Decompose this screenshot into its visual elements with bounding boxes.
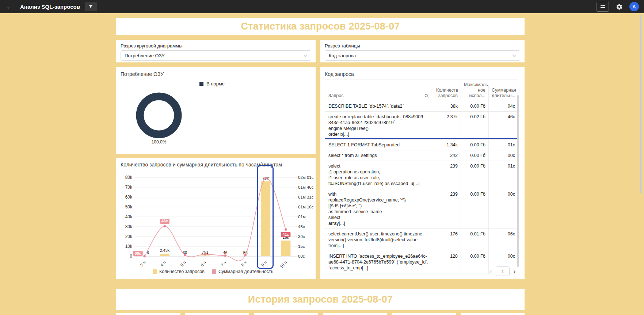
search-icon[interactable] <box>424 93 429 99</box>
table-scrollbar[interactable] <box>517 95 519 267</box>
table-row[interactable]: select * from ai_settings2420.00 Гб00c <box>325 150 518 161</box>
chart-bar[interactable] <box>281 241 290 256</box>
query-table: Запрос Количеств запросов Максималь ное … <box>325 80 518 274</box>
table-row[interactable]: with replaceRegexpOne(service_name, '^\\… <box>325 189 518 229</box>
avatar[interactable]: A <box>629 2 639 11</box>
chart-point[interactable] <box>143 255 145 257</box>
memory-cell: 0.01 Гб <box>461 229 488 251</box>
chart-point[interactable] <box>164 225 166 227</box>
memory-cell: 0.02 Гб <box>461 112 488 139</box>
count-cell: 242 <box>433 150 461 161</box>
query-table-body: DESCRIBE TABLE `db-1574`.`data2`38k0.00 … <box>325 101 518 274</box>
left-axis-label: 20k <box>125 234 133 239</box>
right-axis-label: 45c <box>298 224 305 229</box>
chevron-down-icon <box>303 54 307 57</box>
x-axis-label: 3 ч <box>140 260 147 268</box>
line-value-badge: 46c <box>160 219 169 224</box>
x-axis-label: 9 ч <box>260 260 268 268</box>
left-axis-label: 30k <box>125 224 133 229</box>
stats-title: Статистика запросов 2025-08-07 <box>241 21 400 32</box>
table-row[interactable]: DESCRIBE TABLE `db-1574`.`data2`38k0.00 … <box>325 101 518 112</box>
chart-point[interactable] <box>204 253 206 255</box>
duration-cell: 01c <box>488 140 518 150</box>
table-row[interactable]: select t1.operation as operation, t1.use… <box>325 161 518 189</box>
line-value-label: 41c <box>283 232 289 237</box>
chart-bar[interactable] <box>200 256 210 256</box>
page-number-input[interactable] <box>496 266 510 276</box>
count-cell: 1.34k <box>433 140 461 150</box>
donut-legend-item[interactable]: В норме <box>199 81 225 87</box>
history-panels-row <box>116 313 525 315</box>
donut-legend-label: В норме <box>206 81 225 87</box>
duration-cell: 00c <box>488 189 518 228</box>
chart-point[interactable] <box>184 254 186 256</box>
chart-bar[interactable] <box>261 181 270 256</box>
chart-bar[interactable] <box>160 254 169 256</box>
duration-cell: 06c <box>488 229 518 251</box>
x-axis-label: 4 ч <box>160 260 167 268</box>
table-row[interactable]: INSERT INTO `access_to_employee_e26ae64c… <box>325 251 518 273</box>
column-header-duration[interactable]: Суммарная длительн... <box>488 85 518 101</box>
gear-icon <box>616 3 623 10</box>
table-selector-dropdown[interactable]: Код запроса <box>325 50 520 61</box>
x-axis-label: 5 ч <box>180 260 187 268</box>
duration-cell: 00c <box>488 150 518 161</box>
right-axis-label: 30c <box>298 234 305 239</box>
duration-cell: 46c <box>488 112 518 139</box>
query-cell: SELECT 1 FORMAT TabSeparated <box>325 140 433 150</box>
table-selector-label: Разрез таблицы <box>325 43 360 49</box>
table-row[interactable]: SELECT 1 FORMAT TabSeparated1.34k0.00 Гб… <box>325 140 518 150</box>
count-cell: 38k <box>433 101 461 111</box>
query-cell: INSERT INTO `access_to_employee` (`emplo… <box>325 273 433 274</box>
right-axis-label: 01м <box>298 215 306 219</box>
right-axis-label: 01м 16c <box>298 205 314 209</box>
chart-point[interactable] <box>224 254 226 257</box>
filter-button[interactable] <box>85 2 97 11</box>
chart-point[interactable] <box>264 177 267 179</box>
funnel-icon <box>88 4 93 9</box>
memory-cell: 0.00 Гб <box>461 189 488 228</box>
right-axis-label: 02м 01c <box>298 175 314 180</box>
query-cell: with replaceRegexpOne(service_name, '^\\… <box>325 189 433 228</box>
line-value-label: 46c <box>161 219 168 223</box>
table-row[interactable]: select currentUser() user, timezone() ti… <box>325 229 518 251</box>
right-axis-label: 15c <box>298 244 305 249</box>
left-axis-label: 60k <box>125 195 133 200</box>
next-page-button[interactable]: › <box>513 268 516 275</box>
display-settings-button[interactable] <box>597 2 609 12</box>
table-selector-value: Код запроса <box>329 53 512 58</box>
history-panel-placeholder <box>185 313 249 315</box>
bar-value-label: 2.43k <box>160 248 169 253</box>
pie-selector-value: Потребление ОЗУ <box>125 53 303 58</box>
page-scrollbar[interactable] <box>640 15 642 193</box>
sliders-icon <box>600 4 606 9</box>
combo-chart-title: Количество запросов и суммарная длительн… <box>121 162 282 168</box>
dashboard-title: Анализ SQL-запросов <box>20 4 80 10</box>
column-header-count[interactable]: Количеств запросов <box>433 85 461 101</box>
count-cell: 176 <box>433 229 461 251</box>
prev-page-button[interactable]: ‹ <box>490 268 492 275</box>
settings-button[interactable] <box>616 3 623 10</box>
right-axis-label: 01м 46c <box>298 185 314 189</box>
pie-selector-dropdown[interactable]: Потребление ОЗУ <box>121 50 311 61</box>
back-arrow-icon[interactable]: ← <box>6 3 13 10</box>
history-panel-placeholder <box>254 313 318 315</box>
left-axis-label: 70k <box>125 185 133 190</box>
stats-title-panel: Статистика запросов 2025-08-07 <box>116 18 525 35</box>
column-header-query[interactable]: Запрос <box>325 91 433 101</box>
column-header-memory[interactable]: Максималь ное испол... <box>461 80 488 101</box>
chart-point[interactable] <box>285 228 287 231</box>
combo-chart-panel: Количество запросов и суммарная длительн… <box>116 158 316 279</box>
donut-chart[interactable] <box>132 88 186 143</box>
left-axis-label: 40k <box>125 214 133 219</box>
chart-legend[interactable]: Количество запросовСуммарная длительност… <box>153 269 273 274</box>
table-row[interactable]: create or replace table `dashboards_088c… <box>325 112 518 140</box>
legend-label: Суммарная длительность <box>218 269 273 274</box>
donut-panel: Потребление ОЗУ В норме 100.0% <box>116 67 316 154</box>
table-row[interactable]: INSERT INTO `access_to_employee` (`emplo… <box>325 273 518 274</box>
x-axis-label: 6 ч <box>200 260 207 268</box>
left-axis-label: 10k <box>125 244 133 249</box>
pie-selector-label: Разрез круговой диаграммы <box>121 43 182 49</box>
chart-point[interactable] <box>244 254 247 256</box>
table-selector-panel: Разрез таблицы Код запроса <box>320 40 525 62</box>
